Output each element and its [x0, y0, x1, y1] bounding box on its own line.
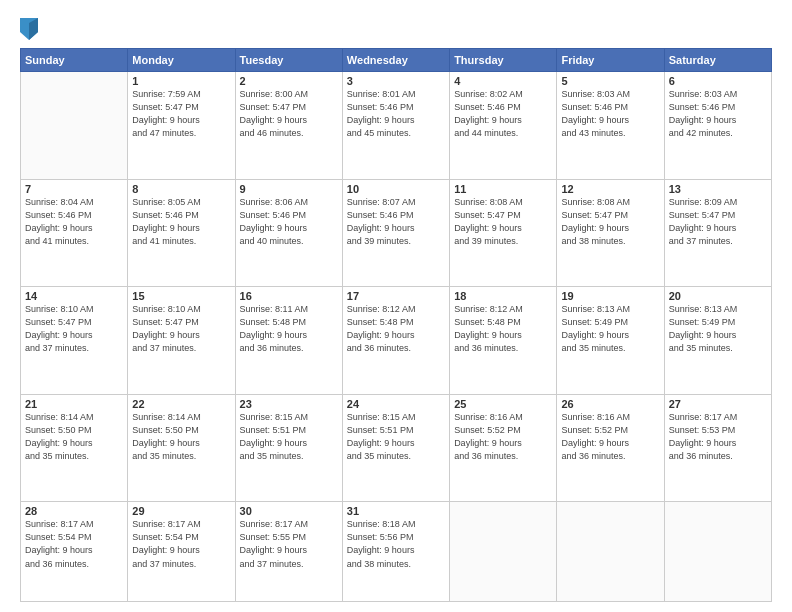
calendar-cell: 9Sunrise: 8:06 AMSunset: 5:46 PMDaylight… — [235, 179, 342, 287]
calendar-cell: 4Sunrise: 8:02 AMSunset: 5:46 PMDaylight… — [450, 72, 557, 180]
day-number: 13 — [669, 183, 767, 195]
weekday-header-sunday: Sunday — [21, 49, 128, 72]
weekday-header-row: SundayMondayTuesdayWednesdayThursdayFrid… — [21, 49, 772, 72]
day-info: Sunrise: 8:01 AMSunset: 5:46 PMDaylight:… — [347, 88, 445, 140]
day-number: 8 — [132, 183, 230, 195]
day-number: 19 — [561, 290, 659, 302]
day-info: Sunrise: 8:12 AMSunset: 5:48 PMDaylight:… — [454, 303, 552, 355]
calendar-cell: 3Sunrise: 8:01 AMSunset: 5:46 PMDaylight… — [342, 72, 449, 180]
calendar-cell: 5Sunrise: 8:03 AMSunset: 5:46 PMDaylight… — [557, 72, 664, 180]
calendar-cell — [21, 72, 128, 180]
calendar-cell — [557, 502, 664, 602]
day-number: 10 — [347, 183, 445, 195]
day-info: Sunrise: 8:17 AMSunset: 5:53 PMDaylight:… — [669, 411, 767, 463]
day-info: Sunrise: 8:17 AMSunset: 5:55 PMDaylight:… — [240, 518, 338, 570]
day-info: Sunrise: 8:03 AMSunset: 5:46 PMDaylight:… — [669, 88, 767, 140]
day-number: 15 — [132, 290, 230, 302]
day-info: Sunrise: 8:05 AMSunset: 5:46 PMDaylight:… — [132, 196, 230, 248]
calendar-cell — [664, 502, 771, 602]
day-number: 12 — [561, 183, 659, 195]
day-number: 6 — [669, 75, 767, 87]
day-info: Sunrise: 8:17 AMSunset: 5:54 PMDaylight:… — [132, 518, 230, 570]
day-info: Sunrise: 8:14 AMSunset: 5:50 PMDaylight:… — [25, 411, 123, 463]
day-info: Sunrise: 8:03 AMSunset: 5:46 PMDaylight:… — [561, 88, 659, 140]
day-info: Sunrise: 7:59 AMSunset: 5:47 PMDaylight:… — [132, 88, 230, 140]
weekday-header-thursday: Thursday — [450, 49, 557, 72]
calendar-cell: 18Sunrise: 8:12 AMSunset: 5:48 PMDayligh… — [450, 287, 557, 395]
weekday-header-friday: Friday — [557, 49, 664, 72]
day-number: 7 — [25, 183, 123, 195]
day-number: 28 — [25, 505, 123, 517]
day-info: Sunrise: 8:10 AMSunset: 5:47 PMDaylight:… — [25, 303, 123, 355]
day-info: Sunrise: 8:08 AMSunset: 5:47 PMDaylight:… — [561, 196, 659, 248]
weekday-header-tuesday: Tuesday — [235, 49, 342, 72]
day-number: 17 — [347, 290, 445, 302]
day-info: Sunrise: 8:07 AMSunset: 5:46 PMDaylight:… — [347, 196, 445, 248]
day-number: 16 — [240, 290, 338, 302]
day-info: Sunrise: 8:13 AMSunset: 5:49 PMDaylight:… — [561, 303, 659, 355]
day-info: Sunrise: 8:00 AMSunset: 5:47 PMDaylight:… — [240, 88, 338, 140]
day-info: Sunrise: 8:11 AMSunset: 5:48 PMDaylight:… — [240, 303, 338, 355]
calendar-cell: 20Sunrise: 8:13 AMSunset: 5:49 PMDayligh… — [664, 287, 771, 395]
day-info: Sunrise: 8:12 AMSunset: 5:48 PMDaylight:… — [347, 303, 445, 355]
logo — [20, 18, 40, 40]
day-number: 18 — [454, 290, 552, 302]
day-number: 9 — [240, 183, 338, 195]
day-number: 14 — [25, 290, 123, 302]
day-number: 22 — [132, 398, 230, 410]
day-info: Sunrise: 8:08 AMSunset: 5:47 PMDaylight:… — [454, 196, 552, 248]
week-row-3: 14Sunrise: 8:10 AMSunset: 5:47 PMDayligh… — [21, 287, 772, 395]
calendar-cell: 22Sunrise: 8:14 AMSunset: 5:50 PMDayligh… — [128, 394, 235, 502]
calendar-cell: 14Sunrise: 8:10 AMSunset: 5:47 PMDayligh… — [21, 287, 128, 395]
day-info: Sunrise: 8:17 AMSunset: 5:54 PMDaylight:… — [25, 518, 123, 570]
day-number: 21 — [25, 398, 123, 410]
header — [20, 18, 772, 40]
day-number: 1 — [132, 75, 230, 87]
calendar-cell: 31Sunrise: 8:18 AMSunset: 5:56 PMDayligh… — [342, 502, 449, 602]
day-number: 31 — [347, 505, 445, 517]
day-number: 24 — [347, 398, 445, 410]
calendar-table: SundayMondayTuesdayWednesdayThursdayFrid… — [20, 48, 772, 602]
day-number: 27 — [669, 398, 767, 410]
calendar-cell: 11Sunrise: 8:08 AMSunset: 5:47 PMDayligh… — [450, 179, 557, 287]
day-number: 29 — [132, 505, 230, 517]
calendar-cell: 6Sunrise: 8:03 AMSunset: 5:46 PMDaylight… — [664, 72, 771, 180]
day-info: Sunrise: 8:13 AMSunset: 5:49 PMDaylight:… — [669, 303, 767, 355]
calendar-cell: 7Sunrise: 8:04 AMSunset: 5:46 PMDaylight… — [21, 179, 128, 287]
calendar-cell: 15Sunrise: 8:10 AMSunset: 5:47 PMDayligh… — [128, 287, 235, 395]
calendar-cell: 17Sunrise: 8:12 AMSunset: 5:48 PMDayligh… — [342, 287, 449, 395]
weekday-header-wednesday: Wednesday — [342, 49, 449, 72]
day-number: 25 — [454, 398, 552, 410]
day-info: Sunrise: 8:10 AMSunset: 5:47 PMDaylight:… — [132, 303, 230, 355]
calendar-cell: 23Sunrise: 8:15 AMSunset: 5:51 PMDayligh… — [235, 394, 342, 502]
day-number: 23 — [240, 398, 338, 410]
week-row-1: 1Sunrise: 7:59 AMSunset: 5:47 PMDaylight… — [21, 72, 772, 180]
day-number: 11 — [454, 183, 552, 195]
day-info: Sunrise: 8:09 AMSunset: 5:47 PMDaylight:… — [669, 196, 767, 248]
day-number: 30 — [240, 505, 338, 517]
day-number: 26 — [561, 398, 659, 410]
day-number: 5 — [561, 75, 659, 87]
logo-icon — [20, 18, 38, 40]
calendar-cell: 26Sunrise: 8:16 AMSunset: 5:52 PMDayligh… — [557, 394, 664, 502]
day-info: Sunrise: 8:18 AMSunset: 5:56 PMDaylight:… — [347, 518, 445, 570]
calendar-cell: 30Sunrise: 8:17 AMSunset: 5:55 PMDayligh… — [235, 502, 342, 602]
week-row-4: 21Sunrise: 8:14 AMSunset: 5:50 PMDayligh… — [21, 394, 772, 502]
weekday-header-saturday: Saturday — [664, 49, 771, 72]
calendar-cell: 10Sunrise: 8:07 AMSunset: 5:46 PMDayligh… — [342, 179, 449, 287]
day-info: Sunrise: 8:16 AMSunset: 5:52 PMDaylight:… — [454, 411, 552, 463]
calendar-cell: 2Sunrise: 8:00 AMSunset: 5:47 PMDaylight… — [235, 72, 342, 180]
calendar-cell: 25Sunrise: 8:16 AMSunset: 5:52 PMDayligh… — [450, 394, 557, 502]
calendar-cell: 24Sunrise: 8:15 AMSunset: 5:51 PMDayligh… — [342, 394, 449, 502]
calendar-cell: 29Sunrise: 8:17 AMSunset: 5:54 PMDayligh… — [128, 502, 235, 602]
calendar-cell: 13Sunrise: 8:09 AMSunset: 5:47 PMDayligh… — [664, 179, 771, 287]
day-info: Sunrise: 8:02 AMSunset: 5:46 PMDaylight:… — [454, 88, 552, 140]
day-info: Sunrise: 8:04 AMSunset: 5:46 PMDaylight:… — [25, 196, 123, 248]
day-info: Sunrise: 8:15 AMSunset: 5:51 PMDaylight:… — [347, 411, 445, 463]
day-info: Sunrise: 8:06 AMSunset: 5:46 PMDaylight:… — [240, 196, 338, 248]
day-number: 2 — [240, 75, 338, 87]
calendar-cell: 16Sunrise: 8:11 AMSunset: 5:48 PMDayligh… — [235, 287, 342, 395]
day-info: Sunrise: 8:14 AMSunset: 5:50 PMDaylight:… — [132, 411, 230, 463]
calendar-cell: 21Sunrise: 8:14 AMSunset: 5:50 PMDayligh… — [21, 394, 128, 502]
day-info: Sunrise: 8:15 AMSunset: 5:51 PMDaylight:… — [240, 411, 338, 463]
